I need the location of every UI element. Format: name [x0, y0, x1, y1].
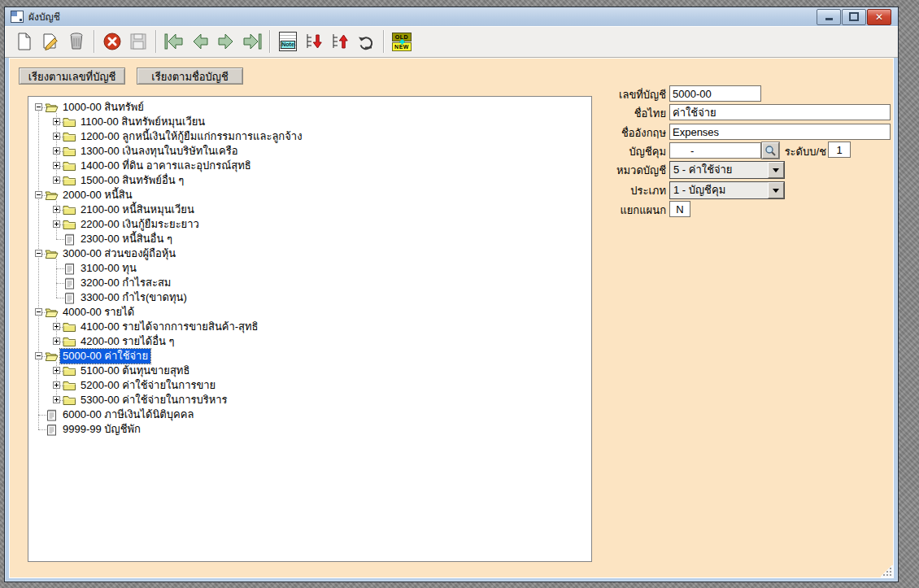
expand-box-icon[interactable] [53, 323, 60, 330]
tree-item[interactable]: 3000-00 ส่วนของผู้ถือหุ้น [28, 246, 591, 261]
expand-box-icon[interactable] [53, 118, 60, 125]
tree-item-label[interactable]: 2000-00 หนี้สิน [60, 188, 135, 203]
category-dropdown-button[interactable] [768, 162, 784, 178]
tree-item[interactable]: 1400-00 ที่ดิน อาคารและอุปกรณ์สุทธิ [28, 159, 591, 173]
tree-item-label[interactable]: 9999-99 บัญชีพัก [60, 422, 143, 437]
tree-item-label[interactable]: 5100-00 ต้นทุนขายสุทธิ [78, 364, 192, 378]
tree-item-label[interactable]: 1100-00 สินทรัพย์หมุนเวียน [78, 115, 207, 129]
tree-item[interactable]: 1500-00 สินทรัพย์อื่น ๆ [28, 173, 591, 188]
expand-box-icon[interactable] [53, 147, 60, 155]
resize-grip-icon[interactable] [881, 565, 893, 577]
expand-box-icon[interactable] [53, 176, 60, 184]
tree-item-label[interactable]: 4000-00 รายได้ [60, 305, 137, 320]
old-new-toggle-button[interactable]: OLDNEW [389, 28, 415, 54]
level-input[interactable] [828, 142, 851, 158]
tree-item-label[interactable]: 1200-00 ลูกหนี้เงินให้กู้ยืมแก่กรรมการแล… [78, 129, 305, 144]
cancel-button[interactable] [99, 28, 125, 54]
tree-item-label[interactable]: 3200-00 กำไรสะสม [78, 276, 173, 290]
expand-box-icon[interactable] [53, 206, 60, 213]
collapse-all-button[interactable] [327, 28, 353, 54]
tree-item[interactable]: 2000-00 หนี้สิน [28, 188, 591, 203]
level-label: ระดับบ/ช [782, 144, 826, 159]
tree-item[interactable]: 5000-00 ค่าใช้จ่าย [28, 349, 591, 364]
tree-item-label[interactable]: 1500-00 สินทรัพย์อื่น ๆ [78, 173, 186, 188]
note-button[interactable]: Note [275, 28, 301, 54]
undo-button[interactable] [353, 28, 379, 54]
tree-item[interactable]: 4200-00 รายได้อื่น ๆ [28, 334, 591, 349]
collapse-box-icon[interactable] [35, 191, 42, 198]
expand-box-icon[interactable] [53, 220, 60, 228]
collapse-box-icon[interactable] [35, 352, 42, 359]
delete-button[interactable] [63, 28, 89, 54]
maximize-button[interactable] [842, 9, 866, 25]
expand-box-icon[interactable] [53, 162, 60, 169]
collapse-box-icon[interactable] [35, 103, 42, 111]
control-account-input[interactable] [669, 142, 761, 159]
tree-item-label[interactable]: 6000-00 ภาษีเงินได้นิติบุคคล [60, 407, 196, 422]
tree-item-label[interactable]: 1400-00 ที่ดิน อาคารและอุปกรณ์สุทธิ [78, 159, 254, 173]
tree-item-label[interactable]: 3300-00 กำไร(ขาดทุน) [78, 290, 189, 305]
expand-box-icon[interactable] [53, 133, 60, 140]
tree-item-label[interactable]: 5000-00 ค่าใช้จ่าย [60, 349, 150, 364]
new-button[interactable] [11, 28, 37, 54]
account-tree[interactable]: 1000-00 สินทรัพย์1100-00 สินทรัพย์หมุนเว… [28, 96, 592, 562]
english-name-input[interactable] [669, 124, 891, 140]
sort-by-name-button[interactable]: เรียงตามชื่อบัญชี [137, 68, 243, 85]
thai-name-input[interactable] [669, 104, 891, 120]
tree-item[interactable]: 6000-00 ภาษีเงินได้นิติบุคคล [28, 407, 591, 422]
tree-item-label[interactable]: 1000-00 สินทรัพย์ [60, 100, 146, 115]
tree-item-label[interactable]: 2300-00 หนี้สินอื่น ๆ [78, 232, 175, 246]
minimize-button[interactable] [817, 9, 841, 25]
tree-item-label[interactable]: 3100-00 ทุน [78, 261, 139, 276]
tree-item-label[interactable]: 1300-00 เงินลงทุนในบริษัทในเครือ [78, 144, 241, 159]
tree-item[interactable]: 2300-00 หนี้สินอื่น ๆ [28, 232, 591, 246]
tree-item[interactable]: 3200-00 กำไรสะสม [28, 276, 591, 290]
tree-item[interactable]: 2200-00 เงินกู้ยืมระยะยาว [28, 217, 591, 232]
tree-item[interactable]: 1300-00 เงินลงทุนในบริษัทในเครือ [28, 144, 591, 159]
expand-box-icon[interactable] [53, 381, 60, 389]
expand-box-icon[interactable] [53, 338, 60, 345]
category-select[interactable]: 5 - ค่าใช้จ่าย [669, 161, 785, 179]
tree-item-label[interactable]: 5200-00 ค่าใช้จ่ายในการขาย [78, 378, 218, 393]
tree-item[interactable]: 5300-00 ค่าใช้จ่ายในการบริหาร [28, 393, 591, 407]
sort-by-number-button[interactable]: เรียงตามเลขที่บัญชี [19, 68, 125, 85]
tree-item[interactable]: 5200-00 ค่าใช้จ่ายในการขาย [28, 378, 591, 393]
tree-item-label[interactable]: 5300-00 ค่าใช้จ่ายในการบริหาร [78, 393, 230, 407]
tree-item[interactable]: 5100-00 ต้นทุนขายสุทธิ [28, 364, 591, 378]
collapse-box-icon[interactable] [35, 250, 42, 257]
tree-item[interactable]: 3100-00 ทุน [28, 261, 591, 276]
close-button[interactable]: ✕ [867, 9, 891, 25]
doc-icon [63, 263, 76, 274]
previous-record-button[interactable] [187, 28, 213, 54]
first-record-button[interactable] [161, 28, 187, 54]
expand-box-icon[interactable] [53, 367, 60, 374]
window-title: ผังบัญชี [28, 9, 60, 24]
type-select[interactable]: 1 - บัญชีคุม [669, 181, 785, 199]
collapse-box-icon[interactable] [35, 308, 42, 316]
tree-item-label[interactable]: 4100-00 รายได้จากการขายสินค้า-สุทธิ [78, 320, 261, 334]
tree-item[interactable]: 1100-00 สินทรัพย์หมุนเวียน [28, 115, 591, 129]
account-no-input[interactable] [669, 85, 761, 102]
type-dropdown-button[interactable] [768, 182, 784, 198]
tree-item[interactable]: 2100-00 หนี้สินหมุนเวียน [28, 203, 591, 217]
tree-item[interactable]: 1000-00 สินทรัพย์ [28, 100, 591, 115]
expand-all-button[interactable] [301, 28, 327, 54]
tree-item-label[interactable]: 2200-00 เงินกู้ยืมระยะยาว [78, 217, 202, 232]
next-record-button[interactable] [213, 28, 239, 54]
tree-item[interactable]: 9999-99 บัญชีพัก [28, 422, 591, 437]
dept-split-input[interactable] [669, 201, 690, 217]
last-record-button[interactable] [239, 28, 265, 54]
tree-item-label[interactable]: 3000-00 ส่วนของผู้ถือหุ้น [60, 246, 178, 261]
toolbar-separator [383, 30, 385, 53]
tree-item[interactable]: 4000-00 รายได้ [28, 305, 591, 320]
titlebar[interactable]: ผังบัญชี ✕ [5, 7, 898, 26]
tree-item[interactable]: 3300-00 กำไร(ขาดทุน) [28, 290, 591, 305]
edit-button[interactable] [37, 28, 63, 54]
save-button[interactable] [125, 28, 151, 54]
tree-item-label[interactable]: 2100-00 หนี้สินหมุนเวียน [78, 203, 197, 217]
tree-item[interactable]: 1200-00 ลูกหนี้เงินให้กู้ยืมแก่กรรมการแล… [28, 129, 591, 144]
control-account-lookup-button[interactable] [762, 142, 779, 159]
tree-item[interactable]: 4100-00 รายได้จากการขายสินค้า-สุทธิ [28, 320, 591, 334]
expand-box-icon[interactable] [53, 396, 60, 403]
tree-item-label[interactable]: 4200-00 รายได้อื่น ๆ [78, 334, 177, 349]
